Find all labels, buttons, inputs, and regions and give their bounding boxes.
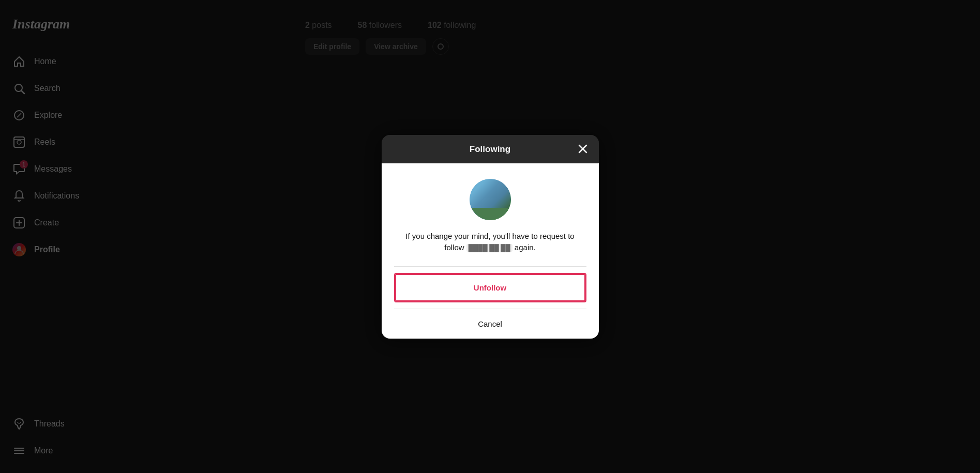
modal-actions: Unfollow Cancel [394, 266, 586, 339]
modal-header: Following [382, 135, 599, 163]
cancel-wrapper: Cancel [394, 309, 586, 339]
modal-title: Following [470, 144, 510, 155]
following-modal: Following If you change your mind, you'l… [382, 135, 599, 339]
cancel-button[interactable]: Cancel [394, 311, 586, 337]
modal-close-button[interactable] [575, 141, 591, 157]
modal-body: If you change your mind, you'll have to … [382, 163, 599, 339]
modal-overlay: Following If you change your mind, you'l… [0, 0, 980, 473]
unfollow-inner: Unfollow [394, 273, 586, 302]
modal-message: If you change your mind, you'll have to … [405, 231, 574, 254]
modal-user-avatar [470, 179, 511, 220]
unfollow-button[interactable]: Unfollow [395, 274, 585, 301]
unfollow-wrapper: Unfollow [394, 267, 586, 309]
